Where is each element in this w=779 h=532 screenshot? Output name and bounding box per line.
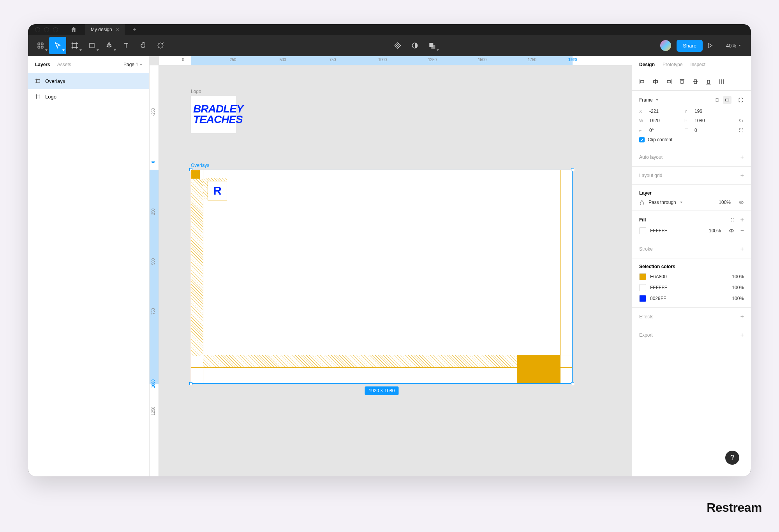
color-swatch[interactable] [639,273,646,280]
shape-tool[interactable] [83,37,100,54]
present-button[interactable] [703,42,717,49]
landscape-mode[interactable] [723,96,731,104]
maximize-window-icon[interactable] [53,27,58,32]
selection-handle[interactable] [571,168,574,171]
radius-input[interactable]: 0 [694,128,726,133]
visibility-icon[interactable] [729,228,734,234]
align-left-icon[interactable] [639,79,645,85]
layer-logo[interactable]: Logo [28,89,149,104]
assets-tab[interactable]: Assets [57,62,71,67]
selection-color-row[interactable]: 0029FF100% [639,295,744,302]
plus-icon[interactable]: + [740,313,744,320]
blend-mode[interactable]: Pass through 100% [639,200,744,205]
text-tool[interactable] [118,37,135,54]
chevron-down-icon [140,64,142,65]
share-button[interactable]: Share [677,40,703,52]
properties-tabs: Design Prototype Inspect [632,56,751,73]
opacity-input[interactable]: 100% [719,200,731,205]
selection-color-row[interactable]: FFFFFF100% [639,284,744,291]
zoom-control[interactable]: 40% [726,43,741,49]
distribute-icon[interactable] [719,79,725,85]
selection-handle[interactable] [571,382,574,385]
canvas-area: 0 250 500 750 1000 1250 1500 1750 1920 -… [150,56,632,476]
align-top-icon[interactable] [679,79,685,85]
boolean-button[interactable] [423,37,441,54]
link-icon[interactable] [738,118,744,123]
components-button[interactable] [389,37,406,54]
svg-rect-31 [681,80,683,83]
align-bottom-icon[interactable] [705,79,712,85]
main-menu-button[interactable] [32,37,49,54]
x-input[interactable]: -221 [649,109,680,114]
align-vcenter-icon[interactable] [692,79,698,85]
selection-color-row[interactable]: E6A800100% [639,273,744,280]
svg-rect-0 [38,43,40,45]
orange-corner-shape[interactable] [191,170,200,179]
plus-icon[interactable]: + [740,154,744,161]
tab-prototype[interactable]: Prototype [663,62,682,67]
mask-button[interactable] [406,37,423,54]
tab-inspect[interactable]: Inspect [690,62,705,67]
styles-icon[interactable] [730,218,735,222]
height-input[interactable]: 1080 [694,118,726,123]
user-avatar[interactable] [660,40,671,51]
plus-icon[interactable]: + [740,172,744,179]
logo-frame[interactable]: BRADLEY TEACHES [191,96,236,133]
resize-fit-icon[interactable] [738,97,744,103]
corners-icon[interactable] [738,128,744,133]
help-button[interactable]: ? [725,451,739,465]
minimize-window-icon[interactable] [44,27,49,32]
layers-tab[interactable]: Layers [35,62,50,67]
orange-block-shape[interactable] [517,355,560,383]
frame-section: Frame X-221Y196 W1920H1080 ⌐0°⌒0 Clip co… [632,91,751,148]
fill-swatch[interactable] [639,227,646,234]
close-window-icon[interactable] [35,27,40,32]
overlays-frame[interactable]: R 1920 × 1080 [191,170,573,384]
selection-colors-section: Selection colors E6A800100% FFFFFF100% 0… [632,258,751,308]
horizontal-ruler[interactable]: 0 250 500 750 1000 1250 1500 1750 1920 [159,56,632,65]
effects-section[interactable]: Effects+ [632,308,751,326]
align-right-icon[interactable] [666,79,672,85]
visibility-icon[interactable] [738,200,744,205]
page-selector[interactable]: Page 1 [123,62,142,67]
cursor-icon [54,42,62,49]
portrait-mode[interactable] [713,96,721,104]
home-button[interactable] [66,26,81,33]
remove-fill-icon[interactable]: − [740,227,744,234]
pen-tool[interactable] [100,37,118,54]
plus-icon[interactable]: + [740,332,744,339]
new-tab-button[interactable]: + [129,26,140,33]
components-icon [394,42,402,49]
close-tab-icon[interactable]: × [116,26,119,33]
watermark: Restream [707,500,762,515]
stroke-section[interactable]: Stroke+ [632,240,751,258]
align-hcenter-icon[interactable] [652,79,659,85]
frame-label[interactable]: Frame [639,97,653,103]
layer-overlays[interactable]: Overlays [28,73,149,89]
selection-handle[interactable] [189,382,192,385]
y-input[interactable]: 196 [694,109,726,114]
logo-frame-label[interactable]: Logo [191,89,201,94]
color-swatch[interactable] [639,284,646,291]
plus-icon[interactable]: + [740,246,744,253]
move-tool[interactable] [49,37,66,54]
canvas[interactable]: Logo BRADLEY TEACHES Overlays [159,65,632,476]
export-section[interactable]: Export+ [632,326,751,344]
overlays-frame-label[interactable]: Overlays [191,163,209,168]
tab-design[interactable]: Design [639,62,655,67]
hand-tool[interactable] [135,37,152,54]
vertical-ruler[interactable]: -250 0 250 500 750 1080 1250 [150,65,159,476]
width-input[interactable]: 1920 [649,118,680,123]
comment-tool[interactable] [152,37,169,54]
svg-rect-35 [707,80,710,83]
frame-tool[interactable] [66,37,83,54]
r-text-element[interactable]: R [208,181,227,200]
fill-row[interactable]: FFFFFF 100% − [639,227,744,234]
clip-content-checkbox[interactable]: Clip content [639,137,744,142]
auto-layout-section[interactable]: Auto layout+ [632,148,751,167]
plus-icon[interactable]: + [740,216,744,223]
rotation-input[interactable]: 0° [649,128,680,133]
color-swatch[interactable] [639,295,646,302]
layout-grid-section[interactable]: Layout grid+ [632,167,751,185]
file-tab[interactable]: My design × [85,24,125,35]
